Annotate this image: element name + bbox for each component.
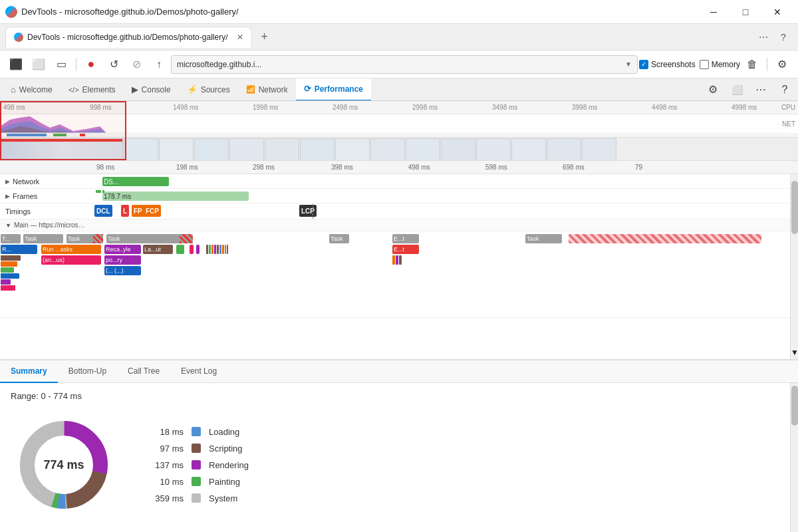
task-2[interactable]: Task [66,234,103,243]
reload-record-button[interactable]: ↺ [103,54,124,75]
tab-performance-label: Performance [315,84,363,94]
network-label: Network [13,178,39,186]
tab-network[interactable]: 📶 Network [238,78,296,101]
memory-checkbox[interactable]: Memory [700,60,740,69]
trash-button[interactable]: 🗑 [741,54,763,75]
screenshot-thumb-8 [335,138,370,161]
close-button[interactable]: ✕ [762,0,793,24]
tab-elements[interactable]: </> Elements [61,78,124,101]
minimize-button[interactable]: ─ [698,0,729,24]
console-icon: ▶ [132,84,138,94]
devtools-gear-button[interactable]: ⚙ [702,79,724,100]
screenshot-thumb-15 [582,138,616,161]
timing-fp: FP [132,205,144,217]
ruler-398ms: 398 ms [331,164,353,171]
legend-rendering: 137 ms Rendering [144,460,249,470]
summary-body: 774 ms 18 ms Loading 97 ms [11,412,779,518]
toolbar-divider-1 [76,58,76,71]
frames-label: Frames [13,192,37,200]
net-bar-3 [80,134,85,136]
devtools-more-button[interactable]: ⋯ [750,79,771,100]
device-toggle-button[interactable]: ⬜ [28,54,49,75]
donut-label: 774 ms [43,458,84,472]
upload-button[interactable]: ↑ [148,54,170,75]
frames-small-bar-1 [96,190,101,193]
bottom-scrollbar[interactable] [790,383,798,532]
tab-welcome[interactable]: ⌂ Welcome [3,78,61,101]
sources-icon: ⚡ [187,84,198,94]
timeline-scrollbar[interactable]: ▼ [790,174,798,359]
screenshot-thumb-6 [265,138,299,161]
network-row-label: ▶ Network [0,178,93,186]
devtools-help-button[interactable]: ? [774,79,795,100]
overview-tick-0: 498 ms [3,104,25,111]
timeline-main: 98 ms 198 ms 298 ms 398 ms 498 ms 598 ms… [0,161,798,359]
stop-button[interactable]: ⊘ [126,54,147,75]
overview-net-label: NET [782,120,795,128]
sub-small-bars-2 [392,255,402,265]
title-bar: DevTools - microsoftedge.github.io/Demos… [0,0,798,24]
sub-paren: (... (...) [104,266,141,275]
toolbar-divider-2 [767,58,767,71]
main-thread-label: Main — https://microsoftedge... [14,221,88,229]
overview-cpu-area: NET [0,114,798,133]
frames-row-content: 178.7 ms [93,189,790,203]
overview-tick-5: 2998 ms [412,104,438,111]
tab-event-log[interactable]: Event Log [170,360,227,383]
legend-painting: 10 ms Painting [144,477,249,487]
browser-tab[interactable]: DevTools - microsoftedge.github.io/Demos… [5,27,252,48]
tab-performance[interactable]: ⟳ Performance [296,78,371,101]
rendering-label: Rendering [209,460,249,470]
screenshot-thumb-12 [476,138,511,161]
scrollbar-down-arrow[interactable]: ▼ [791,346,798,359]
tab-summary[interactable]: Summary [0,360,58,383]
screenshots-checkbox[interactable]: ✓ Screenshots [639,60,696,69]
tab-call-tree[interactable]: Call Tree [117,360,170,383]
task-far[interactable]: Task [525,234,562,243]
overview-ruler: 498 ms 998 ms 1498 ms 1998 ms 2498 ms 29… [0,101,798,114]
task-3[interactable]: Task [106,234,193,243]
tab-close-icon[interactable]: ✕ [237,33,243,42]
main-thread-expand-arrow[interactable]: ▼ [5,222,11,229]
screenshot-thumb-13 [511,138,546,161]
performance-icon: ⟳ [304,84,311,94]
timeline-rows: ▶ Network DS... ▶ Frames [0,174,790,359]
frames-expand-arrow[interactable]: ▶ [5,193,10,200]
overview-tick-4: 2498 ms [332,104,358,111]
panel-toggle-button[interactable]: ▭ [51,54,72,75]
task-et[interactable]: E...t [392,234,419,243]
app-icon [5,6,17,18]
screenshot-preview-1 [1,142,122,160]
task-t[interactable]: T... [1,234,21,243]
tab-help-button[interactable]: ? [774,28,793,47]
record-button[interactable]: ● [80,54,102,75]
devtools-dock-button[interactable]: ⬜ [726,79,747,100]
task-long-hatched[interactable] [569,234,761,243]
scrollbar-thumb[interactable] [791,181,798,234]
tab-sources[interactable]: ⚡ Sources [179,78,238,101]
task-1[interactable]: Task [23,234,63,243]
browser-tab-label: DevTools - microsoftedge.github.io/Demos… [27,33,227,42]
painting-color [192,477,201,486]
bottom-scrollbar-thumb[interactable] [791,386,798,426]
settings-icon-button[interactable]: ⚙ [771,54,793,75]
performance-panel: 498 ms 998 ms 1498 ms 1998 ms 2498 ms 29… [0,101,798,532]
sub-purple-1 [196,245,200,254]
new-tab-button[interactable]: + [255,28,273,47]
scripting-ms: 97 ms [144,444,184,454]
task-4[interactable]: Task [329,234,349,243]
tab-settings-button[interactable]: ⋯ [754,28,773,47]
screenshots-check-icon: ✓ [639,60,648,69]
ruler-98ms: 98 ms [96,164,114,171]
tab-console[interactable]: ▶ Console [124,78,179,101]
maximize-button[interactable]: □ [730,0,761,24]
devtools-toggle-button[interactable]: ⬛ [5,54,27,75]
timeline-overview[interactable]: 498 ms 998 ms 1498 ms 1998 ms 2498 ms 29… [0,101,798,161]
timings-label: Timings [5,207,31,215]
donut-total-ms: 774 ms [43,458,84,472]
network-expand-arrow[interactable]: ▶ [5,178,10,185]
overview-tick-9: 4998 ms [732,104,757,111]
title-bar-left: DevTools - microsoftedge.github.io/Demos… [5,6,239,18]
tab-bottom-up[interactable]: Bottom-Up [58,360,117,383]
address-dropdown-icon[interactable]: ▼ [625,61,632,68]
